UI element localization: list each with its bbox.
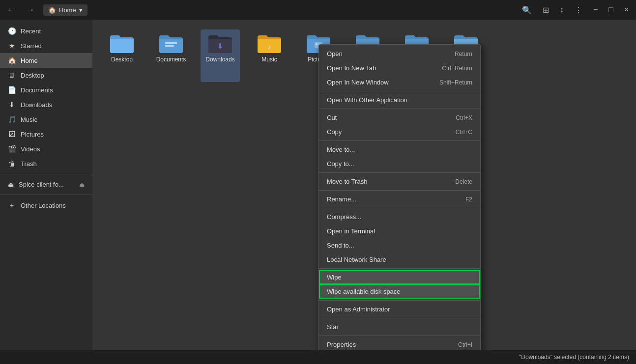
menu-wipe[interactable]: Wipe [319, 270, 480, 284]
search-button[interactable]: 🔍 [519, 3, 535, 17]
menu-cut[interactable]: Cut Ctrl+X [319, 111, 480, 125]
sidebar-item-pictures[interactable]: 🖼 Pictures [0, 127, 92, 141]
sidebar-item-trash[interactable]: 🗑 Trash [0, 156, 92, 171]
menu-open[interactable]: Open Return [319, 47, 480, 61]
sidebar-item-recent[interactable]: 🕐 Recent [0, 24, 92, 38]
sidebar-item-videos[interactable]: 🎬 Videos [0, 141, 92, 156]
sidebar-label-network: Spice client fo... [19, 181, 64, 188]
desktop-icon: 🖥 [8, 71, 16, 79]
folder-music[interactable]: ♪ Music [250, 29, 289, 82]
downloads-icon: ⬇ [8, 101, 16, 109]
menu-move-trash[interactable]: Move to Trash Delete [319, 174, 480, 189]
trash-icon: 🗑 [8, 160, 16, 168]
context-menu: Open Return Open In New Tab Ctrl+Return … [318, 44, 481, 350]
menu-open-new-tab[interactable]: Open In New Tab Ctrl+Return [319, 61, 480, 75]
minimize-button[interactable]: − [590, 3, 601, 16]
sort-button[interactable]: ↕ [556, 3, 567, 16]
menu-send-to[interactable]: Send to... [319, 238, 480, 252]
separator-2 [319, 109, 480, 109]
sidebar-label-desktop: Desktop [21, 72, 44, 79]
menu-open-admin[interactable]: Open as Administrator [319, 302, 480, 316]
maximize-button[interactable]: □ [605, 3, 617, 16]
separator-8 [319, 300, 480, 301]
menu-star[interactable]: Star [319, 320, 480, 334]
sidebar-label-home: Home [21, 57, 38, 64]
content-area: Desktop Documents ⬇ Download [92, 20, 636, 350]
svg-text:♪: ♪ [268, 43, 271, 51]
pictures-icon: 🖼 [8, 130, 16, 138]
sidebar-item-downloads[interactable]: ⬇ Downloads [0, 97, 92, 112]
svg-text:⬇: ⬇ [217, 42, 223, 50]
dropdown-icon: ▾ [79, 6, 83, 14]
starred-icon: ★ [8, 42, 16, 50]
separator-4 [319, 172, 480, 173]
separator-10 [319, 336, 480, 336]
eject-icon[interactable]: ⏏ [79, 181, 85, 188]
folder-music-label: Music [261, 56, 277, 64]
separator-9 [319, 318, 480, 318]
sidebar-item-documents[interactable]: 📄 Documents [0, 83, 92, 97]
music-icon: 🎵 [8, 115, 16, 123]
sidebar-label-downloads: Downloads [21, 101, 52, 109]
network-left: ⏏ Spice client fo... [8, 181, 64, 188]
other-locations-icon: + [8, 201, 16, 209]
titlebar-left: ← → 🏠 Home ▾ [4, 3, 87, 16]
sidebar-item-network[interactable]: ⏏ Spice client fo... ⏏ [0, 177, 92, 192]
menu-open-new-window[interactable]: Open In New Window Shift+Return [319, 75, 480, 89]
sidebar-label-videos: Videos [21, 145, 40, 153]
folder-desktop-label: Desktop [111, 56, 133, 64]
folder-documents-label: Documents [156, 56, 186, 64]
sidebar-item-desktop[interactable]: 🖥 Desktop [0, 68, 92, 83]
videos-icon: 🎬 [8, 145, 16, 153]
svg-rect-1 [165, 45, 174, 47]
sidebar-item-music[interactable]: 🎵 Music [0, 112, 92, 127]
menu-rename[interactable]: Rename... F2 [319, 192, 480, 206]
sidebar-item-starred[interactable]: ★ Starred [0, 38, 92, 53]
separator-5 [319, 190, 480, 191]
sidebar-label-recent: Recent [21, 28, 41, 35]
status-text: "Downloads" selected (containing 2 items… [519, 354, 629, 361]
close-button[interactable]: × [621, 3, 632, 16]
recent-icon: 🕐 [8, 27, 16, 35]
breadcrumb-label: Home [59, 6, 76, 14]
menu-button[interactable]: ⋮ [571, 3, 586, 17]
titlebar: ← → 🏠 Home ▾ 🔍 ⊞ ↕ ⋮ − □ × [0, 0, 636, 20]
menu-open-terminal[interactable]: Open in Terminal [319, 224, 480, 238]
sidebar-label-trash: Trash [21, 160, 37, 168]
sidebar-label-music: Music [21, 116, 37, 123]
statusbar: "Downloads" selected (containing 2 items… [0, 350, 636, 364]
main-layout: 🕐 Recent ★ Starred 🏠 Home 🖥 Desktop 📄 Do… [0, 20, 636, 350]
folder-downloads-label: Downloads [205, 56, 234, 64]
folder-downloads[interactable]: ⬇ Downloads [201, 29, 240, 82]
network-icon: ⏏ [8, 181, 14, 188]
folder-documents[interactable]: Documents [151, 29, 191, 82]
sidebar-label-documents: Documents [21, 86, 53, 94]
separator-7 [319, 268, 480, 269]
sidebar-item-other-locations[interactable]: + Other Locations [0, 198, 92, 213]
titlebar-right: 🔍 ⊞ ↕ ⋮ − □ × [519, 3, 632, 17]
folder-desktop[interactable]: Desktop [102, 29, 142, 82]
sidebar-label-starred: Starred [21, 42, 42, 50]
menu-open-other-app[interactable]: Open With Other Application [319, 93, 480, 107]
breadcrumb[interactable]: 🏠 Home ▾ [43, 4, 87, 16]
svg-rect-0 [165, 42, 177, 44]
separator-6 [319, 208, 480, 208]
svg-point-5 [316, 43, 318, 45]
view-options-button[interactable]: ⊞ [539, 3, 552, 17]
menu-local-network[interactable]: Local Network Share [319, 252, 480, 267]
home-sidebar-icon: 🏠 [8, 56, 16, 64]
sidebar: 🕐 Recent ★ Starred 🏠 Home 🖥 Desktop 📄 Do… [0, 20, 92, 350]
forward-button[interactable]: → [24, 3, 37, 16]
menu-move-to[interactable]: Move to... [319, 142, 480, 157]
separator-3 [319, 140, 480, 141]
sidebar-label-other: Other Locations [21, 202, 66, 209]
menu-copy-to[interactable]: Copy to... [319, 157, 480, 171]
back-button[interactable]: ← [4, 3, 18, 16]
menu-copy[interactable]: Copy Ctrl+C [319, 125, 480, 139]
menu-compress[interactable]: Compress... [319, 210, 480, 224]
sidebar-label-pictures: Pictures [21, 131, 44, 138]
sidebar-item-home[interactable]: 🏠 Home [0, 53, 92, 68]
separator-1 [319, 91, 480, 91]
menu-wipe-disk[interactable]: Wipe available disk space [319, 284, 480, 299]
menu-properties[interactable]: Properties Ctrl+I [319, 337, 480, 350]
